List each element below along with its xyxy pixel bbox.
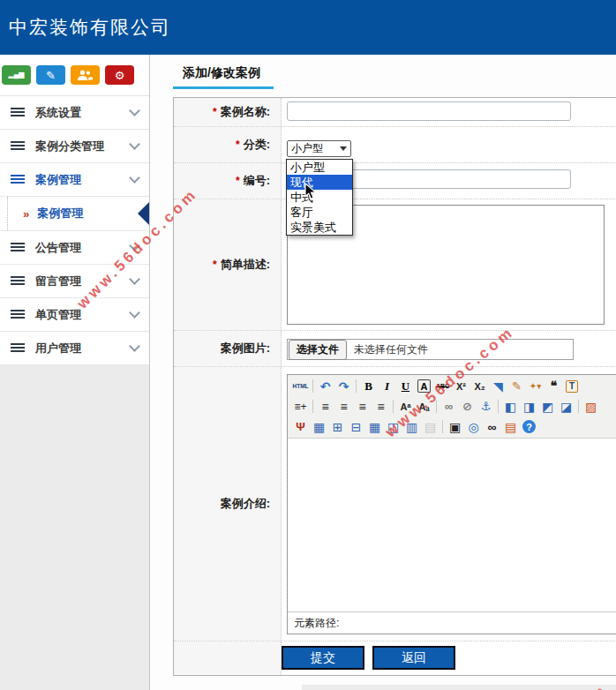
- option-xiaohuxing[interactable]: 小户型: [287, 160, 352, 175]
- option-zhongshi[interactable]: 中式: [287, 190, 352, 205]
- choose-file-button[interactable]: 选择文件: [289, 340, 347, 360]
- list-icon: [11, 108, 25, 118]
- form-row-image: 案例图片: 选择文件 未选择任何文件: [174, 331, 616, 367]
- submit-button[interactable]: 提交: [282, 646, 364, 670]
- split-cells-icon[interactable]: ▥: [402, 418, 421, 436]
- sidebar-item-announcements[interactable]: 公告管理: [0, 231, 149, 265]
- active-item-arrow-icon: [138, 202, 149, 225]
- chevron-down-icon: [129, 139, 140, 150]
- chevron-down-icon: [129, 341, 140, 352]
- required-mark: *: [236, 175, 240, 187]
- bottom-strip: [302, 685, 616, 690]
- sidebar-subitem-case-management[interactable]: » 案例管理: [0, 197, 149, 231]
- category-select[interactable]: 小户型: [287, 140, 351, 157]
- chevron-down-icon: [129, 274, 140, 285]
- form-row-actions: 提交 返回: [174, 641, 616, 675]
- field-label: 案例介绍:: [174, 367, 282, 641]
- font-color-icon[interactable]: A: [417, 379, 431, 393]
- help-icon[interactable]: ?: [522, 420, 536, 433]
- option-xiandai[interactable]: 现代: [287, 175, 352, 190]
- image-block-icon[interactable]: ◪: [557, 398, 575, 416]
- undo-icon[interactable]: ↶: [316, 378, 334, 395]
- sidebar-item-messages[interactable]: 留言管理: [0, 265, 149, 298]
- sidebar-item-label: 案例分类管理: [35, 139, 131, 154]
- align-center-icon[interactable]: ≡: [334, 398, 353, 416]
- form-row-intro: 案例介绍: HTML ↶ ↷ B I: [174, 367, 616, 641]
- list-icon: [11, 310, 25, 320]
- subscript-icon[interactable]: X₂: [470, 378, 489, 395]
- insert-indent-icon[interactable]: ≡+: [291, 398, 310, 416]
- print-icon[interactable]: ▣: [446, 418, 464, 436]
- image-align-center-icon[interactable]: ◨: [520, 398, 538, 416]
- merge-cells-icon[interactable]: ◫: [384, 418, 402, 436]
- insert-file-icon[interactable]: ▤: [421, 418, 439, 436]
- users-button[interactable]: [71, 65, 100, 85]
- insert-table-icon[interactable]: ⊞: [328, 418, 347, 436]
- lowercase-icon[interactable]: Aₐ: [415, 398, 433, 416]
- settings-button[interactable]: ⚙: [105, 65, 134, 85]
- remove-format-icon[interactable]: ◥: [489, 378, 507, 395]
- image-align-right-icon[interactable]: ◩: [538, 398, 557, 416]
- quote-icon[interactable]: ❝: [545, 378, 563, 395]
- sidebar-item-user-management[interactable]: 用户管理: [0, 332, 149, 365]
- align-right-icon[interactable]: ≡: [353, 398, 372, 416]
- align-justify-icon[interactable]: ≡: [372, 398, 390, 416]
- list-icon: [11, 243, 25, 253]
- format-brush-icon[interactable]: ✎: [507, 378, 526, 395]
- field-label: * 简单描述:: [174, 199, 282, 330]
- sidebar-item-case-management[interactable]: 案例管理: [0, 163, 149, 197]
- quick-format-icon[interactable]: ✦▾: [526, 378, 545, 395]
- sidebar-item-single-pages[interactable]: 单页管理: [0, 298, 149, 332]
- sidebar-item-label: 公告管理: [35, 240, 131, 256]
- sidebar-item-label: 单页管理: [35, 307, 131, 323]
- table-grid-icon[interactable]: ▦: [365, 418, 384, 436]
- stats-button[interactable]: ▂▄▆: [2, 65, 31, 85]
- tab-underline: [173, 86, 274, 89]
- tab-add-edit-case[interactable]: 添加/修改案例: [183, 65, 260, 81]
- toolbar-row-3: Ψ ▦ ⊞ ⊟ ▦ ◫ ▥ ▤ ▣ ◎ ∞: [289, 416, 616, 437]
- search-icon[interactable]: ∞: [483, 418, 501, 436]
- list-icon: [11, 343, 25, 354]
- sidebar-item-system-settings[interactable]: 系统设置: [0, 96, 149, 130]
- users-icon: [77, 70, 94, 81]
- bold-icon[interactable]: B: [359, 378, 378, 395]
- strikethrough-icon[interactable]: ABC: [433, 378, 452, 395]
- toolbar-divider: [436, 400, 437, 413]
- insert-image-icon[interactable]: ▨: [582, 398, 600, 416]
- sidebar-item-label: 系统设置: [35, 105, 131, 121]
- html-source-icon[interactable]: HTML: [291, 378, 310, 395]
- uppercase-icon[interactable]: Aᵃ: [396, 398, 415, 416]
- back-button[interactable]: 返回: [372, 646, 455, 670]
- case-name-input[interactable]: [287, 101, 571, 121]
- edit-button[interactable]: ✎: [36, 65, 65, 85]
- insert-row-icon[interactable]: ⊟: [347, 418, 365, 436]
- toolbar-divider: [442, 420, 443, 433]
- pagebreak-icon[interactable]: Ψ: [291, 418, 310, 436]
- link-icon[interactable]: ∞: [439, 398, 458, 416]
- insert-media-icon[interactable]: ▦: [310, 418, 328, 436]
- unlink-icon[interactable]: ⊘: [458, 398, 477, 416]
- clipboard-icon[interactable]: ▤: [501, 418, 520, 436]
- italic-icon[interactable]: I: [378, 378, 396, 395]
- option-shijingmeishi[interactable]: 实景美式: [287, 220, 352, 235]
- paste-plain-text-icon[interactable]: T: [566, 380, 578, 393]
- superscript-icon[interactable]: X²: [452, 378, 470, 395]
- chevron-down-icon: [129, 307, 140, 319]
- sidebar-item-case-category[interactable]: 案例分类管理: [0, 130, 149, 163]
- option-keting[interactable]: 客厅: [287, 205, 352, 220]
- quick-toolbar: ▂▄▆ ✎ ⚙: [0, 55, 149, 95]
- label-text: 案例图片:: [221, 341, 270, 356]
- sidebar-menu: 系统设置 案例分类管理 案例管理 » 案例管理 公告管理: [0, 95, 149, 365]
- anchor-icon[interactable]: ⚓: [477, 398, 495, 416]
- element-path-label: 元素路径:: [294, 616, 339, 631]
- page: 中宏装饰有限公司 ▂▄▆ ✎ ⚙ 系统设置: [0, 0, 616, 690]
- sidebar-item-label: 案例管理: [35, 172, 131, 188]
- image-align-left-icon[interactable]: ◧: [501, 398, 520, 416]
- editor-content-area[interactable]: [288, 439, 616, 611]
- redo-icon[interactable]: ↷: [334, 378, 353, 395]
- form-row-description: * 简单描述:: [174, 199, 616, 331]
- align-left-icon[interactable]: ≡: [316, 398, 334, 416]
- gear-icon: ⚙: [115, 69, 125, 82]
- preview-icon[interactable]: ◎: [464, 418, 483, 436]
- underline-icon[interactable]: U: [396, 378, 415, 395]
